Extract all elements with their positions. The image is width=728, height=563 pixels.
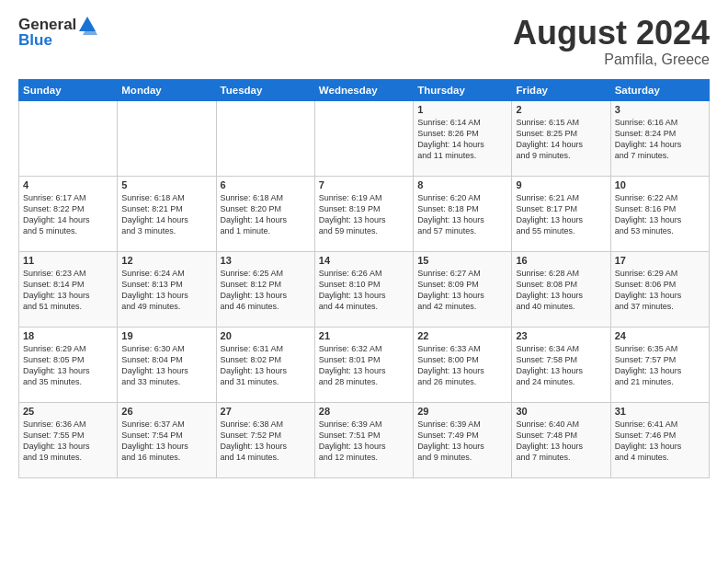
day-number: 7	[319, 179, 409, 190]
day-number: 30	[516, 406, 606, 417]
calendar-cell: 11Sunrise: 6:23 AMSunset: 8:14 PMDayligh…	[19, 251, 118, 327]
day-info: Sunrise: 6:37 AMSunset: 7:54 PMDaylight:…	[121, 419, 211, 464]
day-info: Sunrise: 6:20 AMSunset: 8:18 PMDaylight:…	[417, 192, 507, 237]
weekday-header: Tuesday	[216, 79, 314, 100]
calendar-cell: 30Sunrise: 6:40 AMSunset: 7:48 PMDayligh…	[512, 402, 610, 477]
location: Pamfila, Greece	[513, 52, 710, 68]
day-info: Sunrise: 6:19 AMSunset: 8:19 PMDaylight:…	[319, 192, 409, 237]
day-number: 18	[23, 330, 113, 341]
calendar-cell: 17Sunrise: 6:29 AMSunset: 8:06 PMDayligh…	[610, 251, 709, 327]
calendar-cell: 6Sunrise: 6:18 AMSunset: 8:20 PMDaylight…	[216, 176, 314, 251]
day-info: Sunrise: 6:35 AMSunset: 7:57 PMDaylight:…	[615, 343, 705, 388]
day-info: Sunrise: 6:40 AMSunset: 7:48 PMDaylight:…	[516, 419, 606, 464]
day-number: 25	[23, 406, 113, 417]
day-info: Sunrise: 6:18 AMSunset: 8:21 PMDaylight:…	[121, 192, 211, 237]
page-container: General Blue August 2024 Pamfila, Greece…	[0, 0, 728, 488]
day-info: Sunrise: 6:41 AMSunset: 7:46 PMDaylight:…	[615, 419, 705, 464]
day-info: Sunrise: 6:34 AMSunset: 7:58 PMDaylight:…	[516, 343, 606, 388]
day-number: 2	[516, 104, 606, 115]
logo-icon	[77, 15, 97, 35]
day-info: Sunrise: 6:14 AMSunset: 8:26 PMDaylight:…	[417, 117, 507, 162]
day-info: Sunrise: 6:31 AMSunset: 8:02 PMDaylight:…	[221, 343, 311, 388]
weekday-header: Friday	[512, 79, 610, 100]
calendar-cell: 20Sunrise: 6:31 AMSunset: 8:02 PMDayligh…	[216, 327, 314, 402]
day-info: Sunrise: 6:27 AMSunset: 8:09 PMDaylight:…	[417, 268, 507, 313]
calendar-cell: 25Sunrise: 6:36 AMSunset: 7:55 PMDayligh…	[19, 402, 118, 477]
day-info: Sunrise: 6:23 AMSunset: 8:14 PMDaylight:…	[23, 268, 113, 313]
day-info: Sunrise: 6:33 AMSunset: 8:00 PMDaylight:…	[417, 343, 507, 388]
day-info: Sunrise: 6:39 AMSunset: 7:51 PMDaylight:…	[319, 419, 409, 464]
calendar-cell: 14Sunrise: 6:26 AMSunset: 8:10 PMDayligh…	[314, 251, 413, 327]
day-info: Sunrise: 6:30 AMSunset: 8:04 PMDaylight:…	[121, 343, 211, 388]
day-number: 21	[319, 330, 409, 341]
calendar-cell: 7Sunrise: 6:19 AMSunset: 8:19 PMDaylight…	[314, 176, 413, 251]
day-info: Sunrise: 6:24 AMSunset: 8:13 PMDaylight:…	[121, 268, 211, 313]
calendar-cell: 29Sunrise: 6:39 AMSunset: 7:49 PMDayligh…	[414, 402, 512, 477]
calendar-cell: 26Sunrise: 6:37 AMSunset: 7:54 PMDayligh…	[118, 402, 216, 477]
weekday-header: Sunday	[19, 79, 118, 100]
calendar-cell: 9Sunrise: 6:21 AMSunset: 8:17 PMDaylight…	[512, 176, 610, 251]
day-info: Sunrise: 6:17 AMSunset: 8:22 PMDaylight:…	[23, 192, 113, 237]
day-number: 9	[516, 179, 606, 190]
day-number: 16	[516, 255, 606, 266]
day-info: Sunrise: 6:26 AMSunset: 8:10 PMDaylight:…	[319, 268, 409, 313]
calendar-cell	[314, 100, 413, 176]
day-number: 19	[121, 330, 211, 341]
calendar-cell	[118, 100, 216, 176]
day-number: 11	[23, 255, 113, 266]
day-number: 4	[23, 179, 113, 190]
calendar-cell: 22Sunrise: 6:33 AMSunset: 8:00 PMDayligh…	[414, 327, 512, 402]
title-block: August 2024 Pamfila, Greece	[513, 15, 710, 68]
calendar-cell: 16Sunrise: 6:28 AMSunset: 8:08 PMDayligh…	[512, 251, 610, 327]
calendar-cell: 8Sunrise: 6:20 AMSunset: 8:18 PMDaylight…	[414, 176, 512, 251]
calendar-week-row: 18Sunrise: 6:29 AMSunset: 8:05 PMDayligh…	[19, 327, 710, 402]
day-number: 8	[417, 179, 507, 190]
calendar-cell: 13Sunrise: 6:25 AMSunset: 8:12 PMDayligh…	[216, 251, 314, 327]
day-info: Sunrise: 6:25 AMSunset: 8:12 PMDaylight:…	[221, 268, 311, 313]
month-title: August 2024	[513, 15, 710, 52]
header: General Blue August 2024 Pamfila, Greece	[18, 15, 710, 68]
calendar-week-row: 4Sunrise: 6:17 AMSunset: 8:22 PMDaylight…	[19, 176, 710, 251]
calendar-cell	[216, 100, 314, 176]
day-number: 12	[121, 255, 211, 266]
calendar-cell: 4Sunrise: 6:17 AMSunset: 8:22 PMDaylight…	[19, 176, 118, 251]
day-info: Sunrise: 6:21 AMSunset: 8:17 PMDaylight:…	[516, 192, 606, 237]
day-number: 6	[221, 179, 311, 190]
day-number: 17	[615, 255, 705, 266]
day-number: 23	[516, 330, 606, 341]
day-number: 29	[417, 406, 507, 417]
day-info: Sunrise: 6:39 AMSunset: 7:49 PMDaylight:…	[417, 419, 507, 464]
day-info: Sunrise: 6:22 AMSunset: 8:16 PMDaylight:…	[615, 192, 705, 237]
calendar-cell: 31Sunrise: 6:41 AMSunset: 7:46 PMDayligh…	[610, 402, 709, 477]
calendar-cell: 1Sunrise: 6:14 AMSunset: 8:26 PMDaylight…	[414, 100, 512, 176]
day-info: Sunrise: 6:36 AMSunset: 7:55 PMDaylight:…	[23, 419, 113, 464]
day-info: Sunrise: 6:38 AMSunset: 7:52 PMDaylight:…	[221, 419, 311, 464]
day-number: 13	[221, 255, 311, 266]
calendar-cell: 3Sunrise: 6:16 AMSunset: 8:24 PMDaylight…	[610, 100, 709, 176]
day-number: 31	[615, 406, 705, 417]
day-info: Sunrise: 6:29 AMSunset: 8:05 PMDaylight:…	[23, 343, 113, 388]
day-info: Sunrise: 6:15 AMSunset: 8:25 PMDaylight:…	[516, 117, 606, 162]
day-info: Sunrise: 6:32 AMSunset: 8:01 PMDaylight:…	[319, 343, 409, 388]
calendar-week-row: 11Sunrise: 6:23 AMSunset: 8:14 PMDayligh…	[19, 251, 710, 327]
calendar-cell: 12Sunrise: 6:24 AMSunset: 8:13 PMDayligh…	[118, 251, 216, 327]
weekday-header: Thursday	[414, 79, 512, 100]
day-number: 14	[319, 255, 409, 266]
calendar-cell: 27Sunrise: 6:38 AMSunset: 7:52 PMDayligh…	[216, 402, 314, 477]
calendar-cell: 28Sunrise: 6:39 AMSunset: 7:51 PMDayligh…	[314, 402, 413, 477]
logo-blue: Blue	[18, 31, 52, 50]
day-number: 24	[615, 330, 705, 341]
day-number: 28	[319, 406, 409, 417]
calendar-table: SundayMondayTuesdayWednesdayThursdayFrid…	[18, 79, 710, 478]
calendar-cell: 2Sunrise: 6:15 AMSunset: 8:25 PMDaylight…	[512, 100, 610, 176]
calendar-cell: 18Sunrise: 6:29 AMSunset: 8:05 PMDayligh…	[19, 327, 118, 402]
day-number: 27	[221, 406, 311, 417]
day-number: 3	[615, 104, 705, 115]
day-info: Sunrise: 6:29 AMSunset: 8:06 PMDaylight:…	[615, 268, 705, 313]
calendar-cell: 19Sunrise: 6:30 AMSunset: 8:04 PMDayligh…	[118, 327, 216, 402]
day-info: Sunrise: 6:16 AMSunset: 8:24 PMDaylight:…	[615, 117, 705, 162]
day-number: 10	[615, 179, 705, 190]
logo: General Blue	[18, 15, 97, 50]
day-number: 26	[121, 406, 211, 417]
calendar-cell: 15Sunrise: 6:27 AMSunset: 8:09 PMDayligh…	[414, 251, 512, 327]
